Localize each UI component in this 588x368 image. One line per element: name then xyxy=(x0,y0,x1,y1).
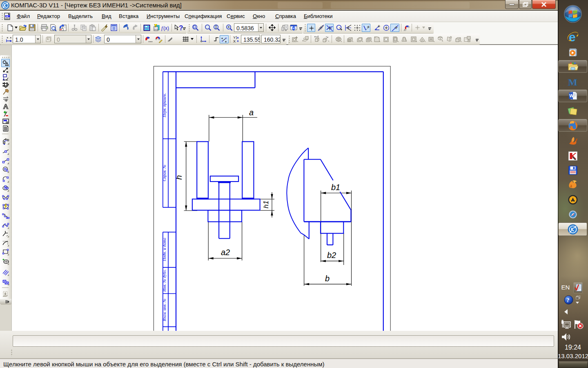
svg-text:?: ? xyxy=(179,24,183,31)
svg-text:?: ? xyxy=(566,297,570,303)
svg-text:Подп. и дата: Подп. и дата xyxy=(162,238,167,261)
svg-text:Инв. № дубл.: Инв. № дубл. xyxy=(162,269,167,292)
svg-text:W: W xyxy=(569,93,574,98)
svg-text:Справ. №: Справ. № xyxy=(162,165,167,181)
svg-text:X: X xyxy=(233,39,236,43)
svg-text:h1: h1 xyxy=(262,201,270,209)
svg-text:b1: b1 xyxy=(331,183,340,192)
svg-text:b2: b2 xyxy=(327,251,336,260)
svg-text:b: b xyxy=(325,274,330,283)
svg-text:(x): (x) xyxy=(163,25,169,31)
svg-text:M: M xyxy=(568,77,577,87)
svg-text:a: a xyxy=(249,108,254,117)
svg-text:Перв. примен.: Перв. примен. xyxy=(162,93,167,117)
svg-text:Взам. инв. №: Взам. инв. № xyxy=(162,298,167,321)
svg-text:a2: a2 xyxy=(221,248,230,257)
